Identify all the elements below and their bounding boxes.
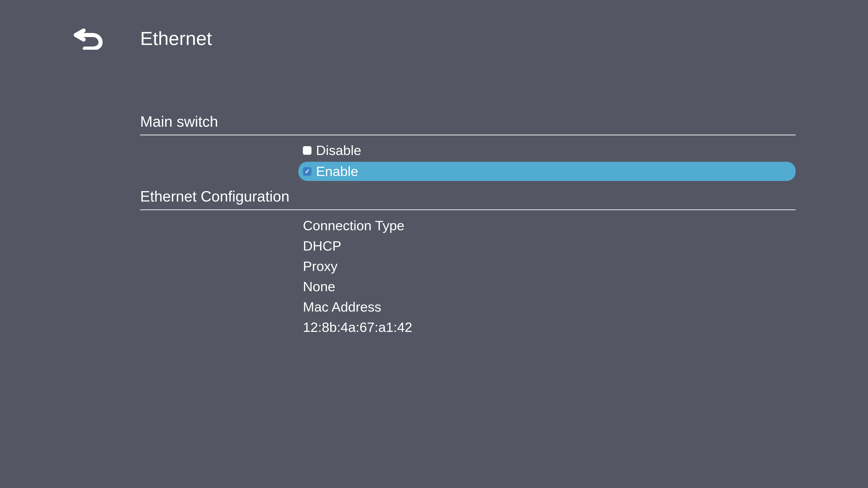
disable-label: Disable <box>316 142 361 158</box>
mac-address-label: Mac Address <box>303 297 796 317</box>
mac-address-value: 12:8b:4a:67:a1:42 <box>303 317 796 337</box>
page-title: Ethernet <box>140 28 212 50</box>
connection-type-label: Connection Type <box>303 216 796 236</box>
checkbox-unchecked-icon <box>303 146 311 155</box>
back-icon[interactable] <box>72 27 104 50</box>
disable-option[interactable]: Disable <box>298 141 796 160</box>
enable-option[interactable]: Enable <box>298 162 796 181</box>
proxy-label: Proxy <box>303 256 796 276</box>
connection-type-value: DHCP <box>303 236 796 256</box>
connection-type-item[interactable]: Connection Type DHCP <box>303 216 796 256</box>
page-header: Ethernet <box>72 27 796 50</box>
ethernet-config-header: Ethernet Configuration <box>140 188 796 210</box>
enable-label: Enable <box>316 164 358 179</box>
main-switch-header: Main switch <box>140 113 796 135</box>
proxy-value: None <box>303 276 796 297</box>
checkbox-checked-icon <box>303 167 311 176</box>
mac-address-item: Mac Address 12:8b:4a:67:a1:42 <box>303 297 796 337</box>
proxy-item[interactable]: Proxy None <box>303 256 796 297</box>
